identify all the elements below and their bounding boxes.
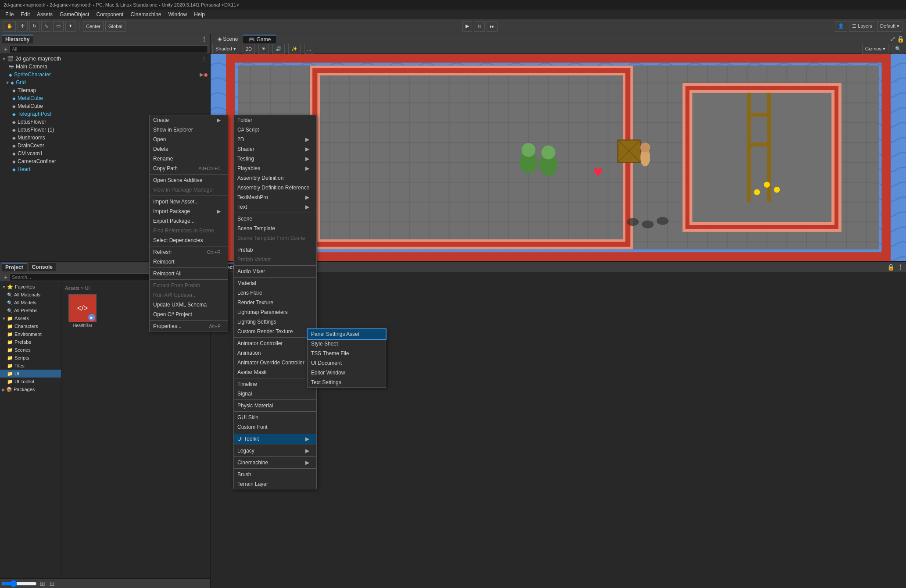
ctx-create-custom-render-texture[interactable]: Custom Render Texture [234, 327, 316, 336]
tool-move[interactable]: ✛ [18, 21, 28, 32]
ctx-create-animator-override[interactable]: Animator Override Controller [234, 358, 316, 367]
menu-cinemachine[interactable]: Cinemachine [127, 11, 165, 18]
ctx-create-2d[interactable]: 2D▶ [234, 135, 316, 144]
ctx-create-text[interactable]: Text▶ [234, 202, 316, 212]
ctx-update-uxml[interactable]: Update UXML Schema [150, 300, 228, 310]
gizmos-button[interactable]: Gizmos ▾ [862, 44, 888, 54]
ctx-create-scene-template[interactable]: Scene Template [234, 224, 316, 233]
folder-tiles[interactable]: 📁 Tiles [0, 362, 61, 370]
ctx-reimport-all[interactable]: Reimport All [150, 269, 228, 278]
folder-environment[interactable]: 📁 Environment [0, 330, 61, 338]
folder-scripts[interactable]: 📁 Scripts [0, 354, 61, 362]
ctx-text-settings[interactable]: Text Settings [308, 378, 386, 387]
ctx-create[interactable]: Create▶ [150, 115, 228, 125]
ctx-create-signal[interactable]: Signal [234, 389, 316, 399]
folder-all-models[interactable]: 🔍 All Models [0, 299, 61, 306]
hier-grid[interactable]: ▼ ◆ Grid [0, 78, 210, 86]
viewport-lock[interactable]: 🔒 [896, 35, 904, 43]
hier-spritechar[interactable]: ◆ SpriteCharacter ▶ ◉ [0, 71, 210, 78]
ctx-create-textmeshpro[interactable]: TextMeshPro▶ [234, 192, 316, 202]
ctx-delete[interactable]: Delete [150, 144, 228, 154]
ctx-create-prefab[interactable]: Prefab [234, 245, 316, 255]
folder-characters[interactable]: 📁 Characters [0, 322, 61, 330]
step-button[interactable]: ⏭ [487, 21, 498, 32]
project-add-icon[interactable]: + [2, 273, 10, 281]
ctx-open-csharp[interactable]: Open C# Project [150, 310, 228, 319]
ctx-editor-window[interactable]: Editor Window [308, 368, 386, 378]
ctx-show-explorer[interactable]: Show in Explorer [150, 125, 228, 135]
scene-tab[interactable]: ◈ Scene [212, 35, 243, 43]
project-tab[interactable]: Project [2, 263, 27, 271]
ctx-import-new-asset[interactable]: Import New Asset... [150, 197, 228, 207]
ctx-create-animation[interactable]: Animation [234, 348, 316, 358]
lighting-button[interactable]: ☀ [258, 44, 269, 54]
ctx-create-legacy[interactable]: Legacy▶ [234, 446, 316, 456]
ctx-create-playables[interactable]: Playables▶ [234, 164, 316, 173]
ctx-refresh[interactable]: RefreshCtrl+R [150, 247, 228, 257]
ctx-create-cinemachine[interactable]: Cinemachine▶ [234, 458, 316, 467]
hierarchy-search[interactable] [10, 45, 208, 53]
ctx-create-scene[interactable]: Scene [234, 214, 316, 224]
ctx-create-lightmap-params[interactable]: Lightmap Parameters [234, 307, 316, 317]
ctx-create-lighting-settings[interactable]: Lighting Settings [234, 317, 316, 327]
ctx-create-timeline[interactable]: Timeline [234, 379, 316, 389]
ctx-create-gui-skin[interactable]: GUI Skin [234, 413, 316, 422]
ctx-create-custom-font[interactable]: Custom Font [234, 422, 316, 432]
menu-gameobject[interactable]: GameObject [56, 11, 93, 18]
global-toggle[interactable]: Global [105, 21, 125, 32]
folder-prefabs[interactable]: 📁 Prefabs [0, 338, 61, 346]
menu-window[interactable]: Window [165, 11, 191, 18]
ctx-tss-theme-file[interactable]: TSS Theme File [308, 349, 386, 358]
ctx-import-package[interactable]: Import Package▶ [150, 207, 228, 216]
fx-button[interactable]: ✨ [288, 44, 301, 54]
ctx-ui-document[interactable]: UI Document [308, 358, 386, 368]
folder-scenes[interactable]: 📁 Scenes [0, 346, 61, 354]
tool-rect[interactable]: ▭ [53, 21, 64, 32]
layers-button[interactable]: ☰ Layers [849, 21, 875, 32]
ctx-panel-settings-asset[interactable]: Panel Settings Asset [308, 329, 386, 339]
ctx-rename[interactable]: Rename [150, 154, 228, 164]
ctx-create-ui-toolkit[interactable]: UI Toolkit▶ [234, 434, 316, 444]
expand-icon[interactable]: ⊟ [48, 580, 56, 588]
zoom-slider[interactable] [2, 580, 37, 587]
viewport-maximize[interactable]: ⤢ [888, 35, 896, 43]
hier-scene-menu[interactable]: ⋮ [200, 55, 208, 63]
menu-file[interactable]: File [2, 11, 17, 18]
folder-uitoolkit[interactable]: 📁 UI Toolkit [0, 378, 61, 385]
ctx-open-scene-additive[interactable]: Open Scene Additive [150, 175, 228, 185]
scene-extras[interactable]: ... [304, 44, 314, 54]
audio-button[interactable]: 🔊 [272, 44, 285, 54]
ctx-create-shader[interactable]: Shader▶ [234, 144, 316, 154]
ctx-style-sheet[interactable]: Style Sheet [308, 339, 386, 349]
asset-healthbar[interactable]: </> ▶ HealthBar [65, 294, 100, 328]
ctx-create-assembly-def-ref[interactable]: Assembly Definition Reference [234, 183, 316, 192]
hierarchy-tab[interactable]: Hierarchy [2, 35, 33, 43]
inspector-menu-icon[interactable]: ⋮ [896, 263, 904, 271]
tool-scale[interactable]: ⤡ [41, 21, 51, 32]
ctx-create-render-texture[interactable]: Render Texture [234, 298, 316, 307]
tool-rotate[interactable]: ↻ [29, 21, 39, 32]
ctx-create-testing[interactable]: Testing▶ [234, 154, 316, 164]
tool-multi[interactable]: ✦ [65, 21, 75, 32]
shaded-button[interactable]: Shaded ▾ [212, 44, 239, 54]
ctx-create-lens-flare[interactable]: Lens Flare [234, 288, 316, 298]
viewport-search[interactable]: 🔍 [892, 44, 904, 54]
hierarchy-add-icon[interactable]: + [2, 45, 10, 53]
ctx-create-brush[interactable]: Brush [234, 470, 316, 479]
menu-edit[interactable]: Edit [17, 11, 33, 18]
hier-metalcube2[interactable]: ◆ MetalCube [0, 102, 210, 110]
layout-button[interactable]: Default ▾ [877, 21, 902, 32]
ctx-reimport[interactable]: Reimport [150, 257, 228, 267]
ctx-copy-path[interactable]: Copy PathAlt+Ctrl+C [150, 164, 228, 173]
pause-button[interactable]: ⏸ [474, 21, 485, 32]
ctx-create-animator-controller[interactable]: Animator Controller [234, 339, 316, 348]
inspector-lock-icon[interactable]: 🔒 [887, 263, 895, 271]
account-button[interactable]: 👤 [835, 21, 847, 32]
ctx-open[interactable]: Open [150, 135, 228, 144]
ctx-create-folder[interactable]: Folder [234, 115, 316, 125]
tool-hand[interactable]: ✋ [4, 21, 16, 32]
ctx-create-csharp[interactable]: C# Script [234, 125, 316, 135]
menu-help[interactable]: Help [190, 11, 208, 18]
hier-metalcube1[interactable]: ◆ MetalCube [0, 94, 210, 102]
folder-all-materials[interactable]: 🔍 All Materials [0, 291, 61, 299]
